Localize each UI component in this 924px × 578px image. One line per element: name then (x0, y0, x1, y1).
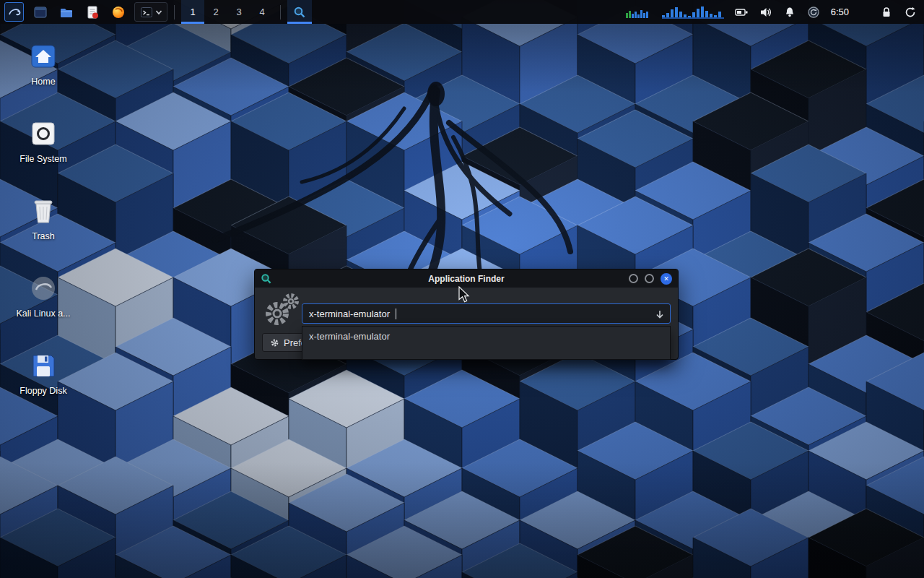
desktop: Home File System Trash Kali Linux a... (0, 0, 924, 578)
file-system-icon (27, 118, 59, 150)
terminal-icon (140, 6, 153, 19)
finder-body: x-terminal-emulator Preferences x-termin… (255, 288, 678, 360)
floppy-disk-icon (27, 350, 59, 381)
window-title: Application Finder (255, 274, 678, 284)
clock[interactable]: 6:50 (831, 7, 849, 17)
desktop-icon-list: Home File System Trash Kali Linux a... (9, 40, 78, 427)
updates-tray-button[interactable] (807, 6, 820, 19)
screen-lock-button[interactable] (880, 6, 893, 19)
terminal-launcher[interactable] (30, 2, 50, 22)
file-manager-launcher[interactable] (56, 2, 76, 22)
completion-popup: x-terminal-emulator (302, 326, 671, 360)
chevron-down-icon (155, 9, 162, 15)
maximize-button[interactable] (645, 274, 654, 283)
minimize-button[interactable] (629, 274, 638, 283)
kali-linux-icon (27, 272, 59, 304)
panel-separator (174, 5, 175, 20)
desktop-icon-label: Kali Linux a... (16, 309, 70, 319)
workspace-2[interactable]: 2 (204, 0, 227, 24)
close-button[interactable]: ✕ (661, 273, 672, 285)
folder-icon (59, 5, 74, 20)
top-panel: 1 2 3 4 (0, 0, 924, 24)
completion-item[interactable]: x-terminal-emulator (302, 327, 670, 346)
firefox-launcher[interactable] (108, 2, 128, 22)
panel-separator (280, 5, 281, 20)
logout-cycle-icon (904, 6, 917, 19)
terminal-icon (33, 5, 48, 20)
dropdown-arrow-icon[interactable] (655, 309, 665, 319)
search-input-value: x-terminal-emulator (309, 309, 390, 319)
bell-icon (783, 6, 796, 19)
desktop-icon-floppy-disk[interactable]: Floppy Disk (9, 350, 78, 420)
document-icon (85, 5, 100, 20)
session-logout-button[interactable] (904, 6, 917, 19)
power-manager-tray-button[interactable] (735, 6, 749, 19)
desktop-icon-label: Floppy Disk (19, 386, 66, 396)
workspace-1[interactable]: 1 (181, 0, 204, 24)
volume-icon (759, 6, 772, 19)
workspace-switcher: 1 2 3 4 (181, 0, 274, 24)
home-icon (27, 40, 59, 72)
lock-icon (880, 6, 893, 19)
trash-icon (27, 195, 59, 227)
update-circle-icon (807, 6, 820, 19)
firefox-icon (111, 5, 126, 20)
text-editor-launcher[interactable] (82, 2, 102, 22)
window-buttons: ✕ (629, 273, 672, 285)
application-finder-panel-button[interactable] (287, 0, 312, 24)
desktop-icon-label: Home (31, 77, 55, 87)
desktop-icon-label: File System (19, 154, 66, 164)
battery-icon (735, 6, 749, 19)
desktop-icon-label: Trash (32, 231, 55, 241)
search-icon (293, 6, 306, 19)
volume-tray-button[interactable] (759, 6, 772, 19)
panel-right-group: 6:50 (625, 6, 924, 19)
application-finder-window: Application Finder ✕ x-terminal-emulator (254, 269, 679, 360)
cpu-graph[interactable] (625, 6, 651, 19)
desktop-icon-trash[interactable]: Trash (9, 195, 78, 266)
titlebar[interactable]: Application Finder ✕ (255, 269, 678, 288)
desktop-icon-file-system[interactable]: File System (9, 118, 78, 189)
panel-left-group: 1 2 3 4 (0, 0, 312, 24)
kali-menu-button[interactable] (4, 2, 24, 22)
desktop-icon-home[interactable]: Home (9, 40, 78, 111)
workspace-4[interactable]: 4 (250, 0, 274, 24)
application-finder-icon (261, 273, 272, 285)
terminal-dropdown-launcher[interactable] (134, 2, 167, 22)
kali-logo-icon (7, 5, 22, 20)
notifications-tray-button[interactable] (783, 6, 796, 19)
preferences-gears-icon (262, 292, 301, 329)
workspace-3[interactable]: 3 (227, 0, 250, 24)
search-input[interactable]: x-terminal-emulator (302, 303, 671, 324)
network-graph[interactable] (662, 6, 724, 19)
gear-icon (270, 338, 279, 348)
desktop-icon-kali-linux[interactable]: Kali Linux a... (9, 272, 78, 343)
text-caret (396, 309, 397, 319)
